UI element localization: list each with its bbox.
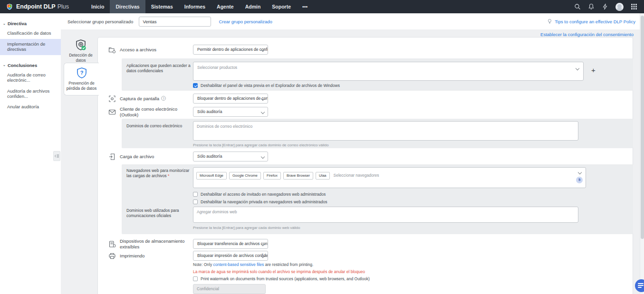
file-access-select[interactable]: Permitir dentro de aplicaciones de confi…	[193, 45, 268, 55]
nav-item-more[interactable]: •••	[297, 0, 313, 13]
sidebar-item-anular-auditoria[interactable]: Anular auditoría	[0, 102, 61, 113]
file-access-label: Acceso a archivos	[120, 47, 193, 52]
app-logo-shield-icon	[6, 3, 13, 10]
screen-capture-select[interactable]: Bloquear dentro de aplicaciones de confi…	[193, 94, 268, 104]
screen-capture-row: Captura de pantalla ? Bloquear dentro de…	[108, 94, 268, 104]
svg-text:?: ?	[80, 70, 83, 76]
user-avatar[interactable]	[615, 3, 624, 11]
select-products-placeholder: Seleccionar productos	[193, 62, 583, 73]
vertical-scrollbar[interactable]	[640, 13, 644, 294]
email-domains-label: Dominios de correo electrónico	[126, 123, 193, 129]
lightbulb-icon	[547, 19, 552, 24]
watermark-warning: La marca de agua se imprimirá solo cuand…	[193, 269, 365, 274]
consent-settings-link[interactable]: Establecer la configuración del consenti…	[540, 32, 634, 37]
sidebar-section-conclusiones: ⌄ Conclusiones Auditoría de correo elect…	[0, 61, 61, 113]
sidebar-item-implementacion-de-directivas[interactable]: Implementación de directivas	[0, 39, 61, 55]
browsers-multiselect[interactable]: Microsoft EdgeGoogle ChromeFirefoxBrave …	[193, 167, 586, 188]
file-upload-icon	[108, 153, 116, 161]
nav-item-sistemas[interactable]: Sistemas	[145, 0, 179, 13]
main-area: Establecer la configuración del consenti…	[61, 29, 644, 294]
tab-label: Detección de datos	[64, 53, 97, 63]
dlp-tips-link[interactable]: Tips to configure an effective DLP Polic…	[547, 19, 635, 24]
create-group-link[interactable]: Crear grupo personalizado	[219, 19, 272, 24]
removable-storage-row: Dispositivos de almacenamiento extraíble…	[108, 239, 268, 249]
browser-chip[interactable]: Brave Browser	[283, 172, 313, 180]
file-upload-label: Carga de archivo	[120, 154, 193, 159]
print-watermark-label: Print watermark on documents from truste…	[201, 276, 370, 281]
browser-chip[interactable]: Google Chrome	[229, 172, 261, 180]
browser-chip[interactable]: Microsoft Edge	[196, 172, 227, 180]
dlp-policy-card: Acceso a archivos Permitir dentro de apl…	[97, 37, 633, 294]
trusted-apps-panel: Aplicaciones que pueden acceder a datos …	[122, 58, 633, 91]
removable-storage-select[interactable]: Bloquear transferencia de archivos confi…	[193, 239, 268, 249]
printing-select[interactable]: Bloquear impresión de archivos confidenc…	[193, 251, 268, 261]
search-icon[interactable]	[574, 3, 581, 10]
file-access-row: Acceso a archivos Permitir dentro de apl…	[108, 45, 268, 55]
nav-item-directivas[interactable]: Directivas	[110, 0, 145, 13]
tab-deteccion-de-datos[interactable]: Detección de datos	[64, 39, 97, 63]
group-toolbar: Seleccionar grupo personalizado Crear gr…	[61, 13, 644, 29]
email-client-row: Cliente de correo electrónico (Outlook) …	[108, 107, 268, 117]
nav-item-soporte[interactable]: Soporte	[266, 0, 297, 13]
nav-item-admin[interactable]: Admin	[240, 0, 267, 13]
removable-storage-label: Dispositivos de almacenamiento extraíble…	[120, 238, 193, 249]
web-domains-textarea[interactable]	[193, 207, 578, 223]
printer-icon	[108, 252, 116, 260]
apps-access-label: Aplicaciones que pueden acceder a datos …	[126, 63, 193, 74]
disable-private-browsing-label: Deshabilitar la navegación privada en na…	[201, 199, 327, 204]
screen-capture-label: Captura de pantalla ?	[120, 96, 193, 101]
browser-chip[interactable]: Ulaa	[316, 172, 329, 180]
chevron-down-icon: ⌄	[3, 22, 6, 26]
web-domains-hint: Presione la tecla [Entrar] para agregar …	[193, 226, 300, 230]
disable-private-browsing-checkbox[interactable]	[193, 199, 198, 204]
brand[interactable]: Endpoint DLPPlus	[0, 3, 86, 10]
printing-label: Imprimiendo	[120, 253, 193, 258]
nav-item-inicio[interactable]: Inicio	[86, 0, 110, 13]
add-product-button[interactable]: +	[591, 66, 596, 74]
disable-private-browsing-row: Deshabilitar la navegación privada en na…	[193, 199, 327, 204]
sidebar-section-directiva: ⌄ Directiva Clasificación de datos Imple…	[0, 19, 61, 55]
content-based-files-link[interactable]: content-based sensitive files	[213, 262, 264, 267]
chevron-down-icon	[578, 171, 582, 174]
shortcuts-lightning-icon[interactable]	[602, 3, 608, 10]
sidebar: ⌄ Directiva Clasificación de datos Imple…	[0, 13, 61, 294]
email-domains-panel: Dominios de correo electrónico Presione …	[122, 119, 633, 148]
watermark-text-input: Confidencial	[193, 284, 266, 294]
custom-group-input[interactable]	[139, 17, 211, 27]
sidebar-item-auditoria-correo[interactable]: Auditoría de correo electrónic...	[0, 70, 61, 86]
print-watermark-checkbox[interactable]	[193, 276, 198, 281]
folder-access-icon	[108, 46, 116, 54]
email-domains-hint: Presione la tecla [Entrar] para agregar …	[193, 143, 329, 147]
sidebar-section-label: Conclusiones	[8, 63, 37, 68]
data-detection-shield-icon	[75, 39, 87, 51]
scrollbar-thumb[interactable]	[641, 16, 644, 239]
tab-label: Prevención de pérdida de datos	[65, 81, 98, 91]
dlp-tips-label: Tips to configure an effective DLP Polic…	[555, 19, 635, 24]
sidebar-section-title-conclusiones[interactable]: ⌄ Conclusiones	[0, 61, 61, 70]
sidebar-collapse-handle[interactable]	[53, 151, 60, 161]
print-watermark-row: Print watermark on documents from truste…	[193, 276, 370, 281]
notifications-bell-icon[interactable]	[588, 3, 595, 10]
sidebar-section-label: Directiva	[8, 21, 27, 26]
nav-item-informes[interactable]: Informes	[179, 0, 211, 13]
topnav-actions	[574, 3, 644, 11]
browser-chip[interactable]: Firefox	[263, 172, 281, 180]
select-products-multiselect[interactable]: Seleccionar productos	[193, 62, 584, 81]
web-browsers-panel: Navegadores web para monitorizar las car…	[122, 164, 633, 234]
disable-preview-pane-checkbox[interactable]	[193, 83, 198, 88]
dlp-shield-question-icon: ?	[76, 67, 87, 79]
email-client-select[interactable]: Sólo auditoría	[193, 107, 268, 117]
sidebar-item-auditoria-archivos[interactable]: Auditoría de archivos confiden...	[0, 86, 61, 102]
sidebar-item-clasificacion-de-datos[interactable]: Clasificación de datos	[0, 28, 61, 39]
app-title-suffix: Plus	[58, 3, 69, 10]
file-upload-select[interactable]: Sólo auditoría	[193, 152, 268, 161]
nav-item-agente[interactable]: Agente	[211, 0, 240, 13]
tab-prevencion-de-perdida-de-datos[interactable]: ? Prevención de pérdida de datos	[64, 63, 99, 95]
apps-grid-icon[interactable]	[631, 3, 637, 10]
sidebar-section-title-directiva[interactable]: ⌄ Directiva	[0, 19, 61, 28]
email-domains-textarea[interactable]	[193, 121, 578, 141]
disable-guest-access-checkbox[interactable]	[193, 192, 198, 197]
help-icon[interactable]: ?	[161, 96, 166, 101]
envelope-icon	[108, 108, 116, 116]
printing-note: Note: Only content-based sensitive files…	[193, 262, 313, 267]
